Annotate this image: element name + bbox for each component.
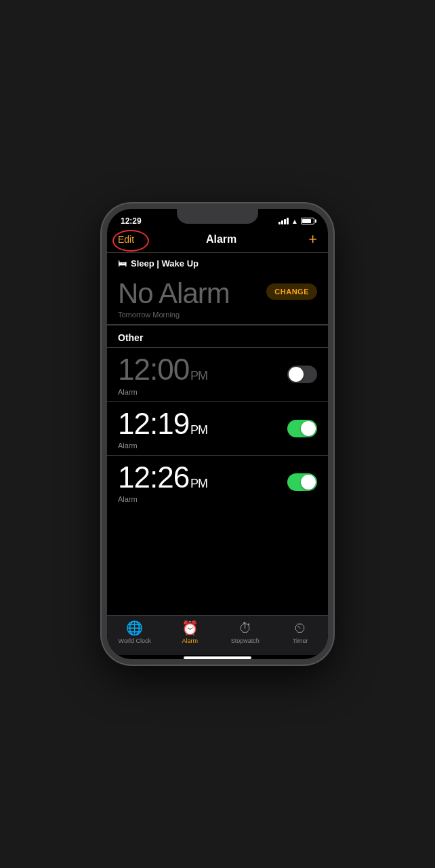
phone-frame: 12:29 ▲ Edit Alarm + — [102, 203, 333, 665]
alarm-time-2: 12:19PM — [118, 408, 207, 440]
tab-world-clock[interactable]: 🌐 World Clock — [107, 620, 163, 644]
tab-timer[interactable]: ⏲ Timer — [273, 620, 329, 644]
alarm-toggle-1[interactable] — [287, 366, 317, 383]
world-clock-icon: 🌐 — [126, 620, 143, 636]
tab-bar: 🌐 World Clock ⏰ Alarm ⏱ Stopwatch ⏲ Time… — [107, 615, 328, 655]
battery-icon — [301, 218, 314, 224]
alarm-icon: ⏰ — [182, 620, 199, 636]
status-time: 12:29 — [121, 216, 142, 226]
edit-highlight-circle — [112, 230, 149, 252]
sleep-section-header: 🛏 Sleep | Wake Up — [107, 252, 328, 274]
stopwatch-label: Stopwatch — [231, 637, 260, 644]
alarm-label-2: Alarm — [118, 441, 207, 450]
alarm-time-1: 12:00PM — [118, 353, 207, 386]
sleep-header-text: Sleep | Wake Up — [131, 258, 199, 269]
edit-button[interactable]: Edit — [118, 234, 134, 245]
status-icons: ▲ — [278, 218, 314, 225]
status-bar: 12:29 ▲ — [107, 209, 328, 229]
alarm-row-3[interactable]: 12:26PM Alarm — [107, 455, 328, 509]
stopwatch-icon: ⏱ — [239, 620, 252, 636]
sleep-section: No Alarm Tomorrow Morning CHANGE — [107, 274, 328, 325]
content-area: 🛏 Sleep | Wake Up No Alarm Tomorrow Morn… — [107, 252, 328, 615]
tab-stopwatch[interactable]: ⏱ Stopwatch — [218, 620, 273, 644]
nav-bar: Edit Alarm + — [107, 229, 328, 252]
alarm-time-3: 12:26PM — [118, 461, 207, 494]
no-alarm-label: No Alarm — [118, 278, 230, 309]
alarm-row-1[interactable]: 12:00PM Alarm — [107, 347, 328, 401]
alarm-label-3: Alarm — [118, 495, 207, 503]
alarm-label: Alarm — [182, 637, 198, 644]
alarm-toggle-2[interactable] — [287, 420, 317, 437]
home-indicator — [184, 656, 251, 659]
timer-label: Timer — [293, 637, 308, 644]
tomorrow-text: Tomorrow Morning — [118, 311, 230, 319]
timer-icon: ⏲ — [293, 620, 307, 636]
add-alarm-button[interactable]: + — [308, 232, 317, 247]
bed-icon: 🛏 — [118, 258, 127, 269]
other-section-header: Other — [107, 325, 328, 347]
screen: 12:29 ▲ Edit Alarm + — [107, 209, 328, 659]
wifi-icon: ▲ — [291, 218, 298, 225]
page-title: Alarm — [206, 233, 236, 245]
alarm-row-2[interactable]: 12:19PM Alarm — [107, 401, 328, 455]
alarm-toggle-3[interactable] — [287, 473, 317, 491]
alarm-label-1: Alarm — [118, 388, 207, 396]
other-title: Other — [118, 332, 317, 343]
change-button[interactable]: CHANGE — [266, 283, 317, 300]
signal-icon — [278, 218, 289, 224]
tab-alarm[interactable]: ⏰ Alarm — [163, 620, 218, 644]
world-clock-label: World Clock — [119, 637, 151, 644]
